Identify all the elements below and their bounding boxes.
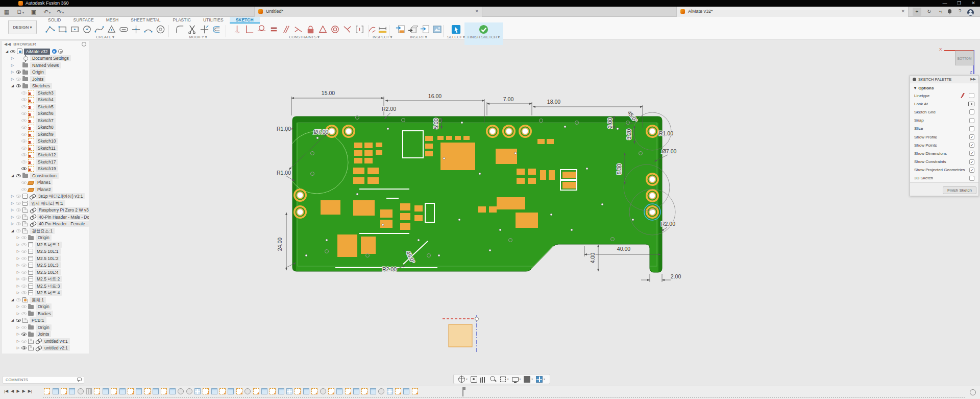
new-tab-button[interactable]: +	[913, 8, 921, 16]
tree-item-untitled-v2-1[interactable]: ▷untitled v2:1	[2, 345, 89, 352]
visibility-eye-icon[interactable]	[21, 305, 27, 308]
timeline-feature-body-28[interactable]	[278, 388, 284, 394]
visibility-eye-icon[interactable]	[21, 326, 27, 329]
fillet-tool-icon[interactable]	[175, 24, 185, 35]
timeline-feature-body-22[interactable]	[228, 388, 234, 394]
timeline-feature-hole-33[interactable]	[320, 388, 326, 394]
viewports-dropdown[interactable]: ▾	[544, 378, 545, 381]
maximize-button[interactable]: ❐	[953, 0, 965, 7]
display-settings-dropdown[interactable]: ▾	[520, 378, 521, 381]
activate-badge[interactable]	[58, 49, 63, 54]
tree-item-sketch3[interactable]: Sketch3	[2, 89, 89, 97]
visibility-eye-icon[interactable]	[21, 139, 27, 143]
tree-item-m2-5-10l-2[interactable]: ▷M2.5 10L:2	[2, 255, 89, 262]
timeline-feature-sketch-42[interactable]	[395, 388, 401, 394]
visibility-eye-icon[interactable]	[16, 195, 21, 198]
timeline-feature-sketch-0[interactable]	[44, 388, 50, 394]
tree-item-sketches[interactable]: ◢Sketches	[2, 83, 89, 90]
visibility-eye-icon[interactable]	[21, 257, 27, 260]
expander-icon[interactable]: ▷	[10, 63, 15, 67]
horizontal-vertical-constraint-icon[interactable]	[232, 24, 242, 35]
tangent-constraint-icon[interactable]	[256, 24, 267, 35]
concentric-constraint-icon[interactable]	[330, 24, 340, 35]
expander-icon[interactable]: ▷	[10, 215, 15, 219]
timeline-feature-sketch-34[interactable]	[328, 388, 334, 394]
expander-icon[interactable]: ▷	[10, 56, 15, 60]
visibility-eye-icon[interactable]	[16, 208, 21, 212]
arc-tool-icon[interactable]	[143, 24, 154, 35]
visibility-eye-icon[interactable]	[21, 285, 27, 288]
timeline-feature-sketch-36[interactable]	[345, 388, 351, 394]
visibility-eye-icon[interactable]	[21, 153, 27, 156]
finish-sketch-icon[interactable]	[478, 24, 489, 35]
visibility-eye-icon[interactable]	[21, 105, 27, 108]
checkbox-show-profile[interactable]: ✓	[969, 134, 974, 139]
browser-settings-icon[interactable]	[82, 42, 86, 46]
ribbon-tab-solid[interactable]: SOLID	[42, 17, 67, 24]
circle-tool-icon[interactable]	[82, 24, 92, 35]
equal-constraint-icon[interactable]	[268, 24, 279, 35]
visibility-eye-icon[interactable]	[21, 291, 27, 294]
timeline-feature-body-13[interactable]	[153, 388, 159, 394]
visibility-eye-icon[interactable]	[21, 277, 27, 280]
sketch-point[interactable]	[514, 152, 517, 154]
tree-item-joints[interactable]: ▷Joints	[2, 331, 89, 338]
sketch-point[interactable]	[458, 219, 460, 221]
visibility-eye-icon[interactable]	[21, 243, 27, 246]
checkbox-show-dimensions[interactable]: ✓	[969, 151, 974, 156]
insert-svg-icon[interactable]	[395, 24, 406, 35]
sketch-point[interactable]	[387, 128, 389, 130]
visibility-eye-icon[interactable]	[16, 298, 21, 301]
symmetry-constraint-icon[interactable]	[342, 24, 353, 35]
select-section-label[interactable]: SELECT ▾	[447, 35, 465, 39]
tree-item-m2-5-10l-3[interactable]: ▷M2.5 10L:3	[2, 262, 89, 269]
slot-tool-icon[interactable]	[118, 24, 129, 35]
sketch-point[interactable]	[571, 229, 573, 231]
timeline-control-0[interactable]: |◀	[4, 389, 8, 393]
tree-item-document-settings[interactable]: ▷Document Settings	[2, 55, 89, 62]
dimension-label[interactable]: R2.00	[661, 221, 675, 227]
visibility-eye-icon[interactable]	[21, 167, 27, 170]
tree-item-sketch10[interactable]: Sketch10	[2, 138, 89, 145]
dimension-label[interactable]: 5.30	[616, 164, 622, 175]
small-sketch[interactable]	[443, 315, 478, 353]
offset-tool-icon[interactable]	[211, 24, 222, 35]
viewport-canvas[interactable]: 15.0016.007.0018.00R2.00R1.00Ø7.00R1.005…	[0, 39, 980, 386]
expander-icon[interactable]: ▷	[15, 263, 21, 267]
dimension-label[interactable]: R1.00	[659, 130, 673, 136]
ribbon-tab-surface[interactable]: SURFACE	[67, 17, 100, 24]
doc-tab-aimate[interactable]: AiMate v32* ✕	[676, 7, 909, 17]
sketch-point[interactable]	[550, 214, 552, 216]
sketch-point[interactable]	[586, 168, 588, 170]
sketch-point[interactable]	[305, 254, 307, 256]
palette-options-section[interactable]: ▼ Options	[910, 83, 978, 91]
sketch-point[interactable]	[632, 219, 634, 221]
timeline-feature-body-39[interactable]	[370, 388, 376, 394]
profile-avatar[interactable]	[966, 8, 974, 16]
tree-item-m2-5-너트-3[interactable]: ▷M2.5 너트:3	[2, 283, 89, 290]
dimension-label[interactable]: 24.00	[277, 238, 283, 251]
sketch-point[interactable]	[356, 193, 358, 195]
timeline-feature-sketch-14[interactable]	[161, 388, 167, 394]
ellipse-tool-icon[interactable]	[155, 24, 166, 35]
minimize-button[interactable]: —	[939, 0, 950, 7]
timeline-feature-body-37[interactable]	[353, 388, 359, 394]
timeline-feature-body-20[interactable]	[211, 388, 217, 394]
file-menu-dropdown[interactable]: ▾	[22, 11, 24, 14]
constraints-section-label[interactable]: CONSTRAINTS ▾	[231, 35, 378, 39]
center-rectangle-tool-icon[interactable]	[69, 24, 80, 35]
visibility-eye-icon[interactable]	[21, 91, 27, 95]
fit-view-icon[interactable]	[500, 376, 506, 383]
dimension-label[interactable]: R2.00	[382, 106, 396, 112]
dimension-label[interactable]: 2.00	[607, 118, 613, 129]
expander-icon[interactable]: ◢	[10, 229, 15, 233]
checkbox-show-points[interactable]: ✓	[969, 143, 974, 148]
tree-item-untitled-v4-1[interactable]: ▷untitled v4:1	[2, 338, 89, 345]
orbit-icon[interactable]	[458, 376, 465, 383]
tree-item-named-views[interactable]: ▷Named Views	[2, 62, 89, 69]
timeline-feature-body-26[interactable]	[261, 388, 267, 394]
notifications-icon[interactable]	[945, 8, 954, 16]
visibility-eye-icon[interactable]	[21, 160, 27, 163]
sketch-point[interactable]	[601, 203, 603, 205]
timeline-feature-sketch-12[interactable]	[144, 388, 151, 394]
